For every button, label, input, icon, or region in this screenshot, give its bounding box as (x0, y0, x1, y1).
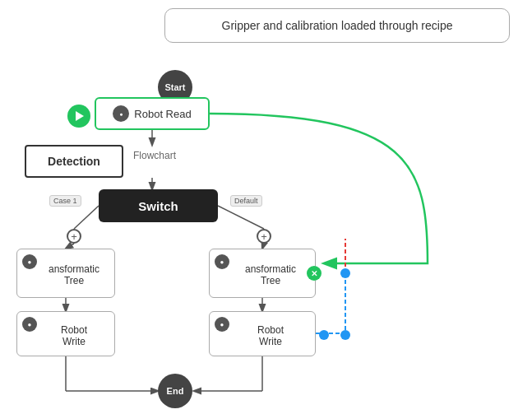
ans-tree-right[interactable]: ● ansformaticTree ✕ (209, 249, 316, 298)
detection-node[interactable]: Detection (25, 145, 123, 178)
start-label: Start (164, 82, 185, 92)
robot-read-icon: ● (113, 105, 129, 122)
blue-dot-1 (319, 330, 329, 340)
plus-right[interactable]: + (257, 229, 271, 244)
end-node: End (158, 374, 192, 408)
plus-left[interactable]: + (67, 229, 81, 244)
default-label: Default (230, 195, 262, 207)
flowchart-label: Flowchart (133, 150, 176, 161)
ans-tree-left[interactable]: ● ansformaticTree (16, 249, 115, 298)
svg-line-4 (218, 206, 264, 229)
robot-write-left[interactable]: ● RobotWrite (16, 311, 115, 356)
diagram-container: Gripper and calibration loaded through r… (0, 0, 532, 414)
ans-tree-left-label: ansformaticTree (49, 263, 99, 286)
blue-dot-2 (340, 330, 350, 340)
close-button[interactable]: ✕ (307, 266, 322, 281)
ans-tree-left-icon: ● (22, 254, 37, 269)
robot-write-left-label: RobotWrite (61, 324, 87, 347)
robot-write-right-icon: ● (215, 317, 229, 332)
info-box: Gripper and calibration loaded through r… (164, 8, 510, 43)
robot-read-node[interactable]: ● Robot Read (95, 97, 210, 130)
robot-read-label: Robot Read (134, 108, 191, 120)
switch-label: Switch (138, 199, 178, 213)
end-label: End (167, 386, 184, 396)
detection-label: Detection (48, 155, 100, 168)
robot-write-right[interactable]: ● RobotWrite (209, 311, 316, 356)
play-button[interactable] (67, 105, 90, 128)
svg-line-3 (74, 206, 99, 229)
robot-write-left-icon: ● (22, 317, 37, 332)
info-box-text: Gripper and calibration loaded through r… (222, 19, 453, 32)
blue-dot-3 (340, 268, 350, 278)
ans-tree-right-icon: ● (215, 254, 229, 269)
case1-label: Case 1 (49, 195, 81, 207)
switch-node[interactable]: Switch (99, 189, 218, 222)
ans-tree-right-label: ansformaticTree (245, 263, 296, 286)
robot-write-right-label: RobotWrite (257, 324, 284, 347)
